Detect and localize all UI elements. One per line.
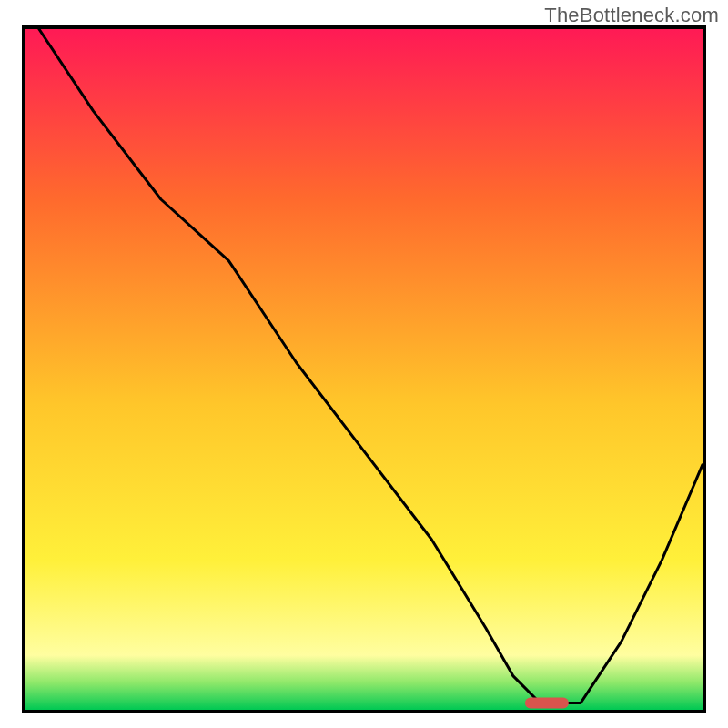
plot-frame xyxy=(22,25,706,713)
plot-svg xyxy=(25,29,703,710)
optimal-range-marker xyxy=(525,698,569,709)
chart-container: TheBottleneck.com xyxy=(0,0,728,728)
plot-area xyxy=(25,29,703,710)
gradient-background xyxy=(25,29,703,710)
watermark-label: TheBottleneck.com xyxy=(544,4,719,27)
